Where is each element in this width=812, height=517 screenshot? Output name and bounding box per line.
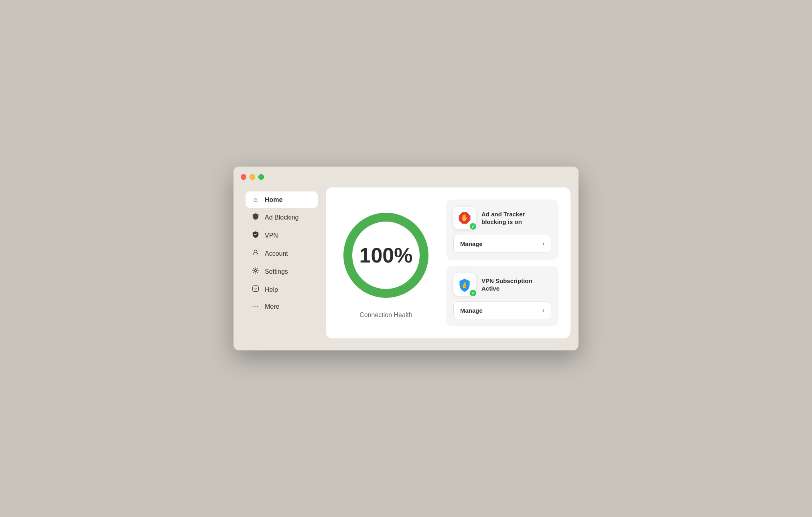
close-button[interactable]	[241, 174, 246, 180]
vpn-subscription-check-badge: ✓	[469, 289, 477, 297]
account-icon	[251, 249, 260, 258]
sidebar-item-home[interactable]: ⌂ Home	[246, 191, 318, 208]
vpn-subscription-manage-button[interactable]: Manage ›	[453, 301, 551, 319]
sidebar-item-vpn[interactable]: VPN	[246, 227, 318, 244]
title-bar	[233, 167, 579, 187]
sidebar-item-ad-blocking[interactable]: Ad Blocking	[246, 209, 318, 226]
maximize-button[interactable]	[258, 174, 264, 180]
sidebar-item-settings[interactable]: Settings	[246, 263, 318, 280]
connection-health-chart: 100%	[338, 207, 434, 303]
ad-tracker-chevron-icon: ›	[542, 240, 544, 247]
health-label: Connection Health	[359, 311, 412, 319]
ad-tracker-check-badge: ✓	[469, 222, 477, 230]
ad-tracker-icon-wrapper: ✋ ✓	[453, 207, 476, 229]
sidebar-item-help[interactable]: ? Help	[246, 281, 318, 298]
sidebar-item-more-label: More	[265, 303, 279, 310]
svg-point-0	[254, 250, 257, 253]
sidebar-item-more[interactable]: ··· More	[246, 299, 318, 314]
vpn-subscription-card: ✌️ ✓ VPN Subscription Active	[453, 273, 551, 296]
sidebar-item-account[interactable]: Account	[246, 245, 318, 262]
ad-tracker-card: ✋ ✓ Ad and Tracker blocking is on	[453, 207, 551, 229]
app-window: ⌂ Home Ad Blocking VPN	[233, 167, 579, 350]
sidebar-item-ad-blocking-label: Ad Blocking	[265, 214, 299, 221]
health-percentage: 100%	[359, 243, 413, 267]
ad-tracker-status-text: Ad and Tracker blocking is on	[481, 210, 551, 226]
vpn-subscription-group: ✌️ ✓ VPN Subscription Active Manage ›	[446, 266, 558, 326]
minimize-button[interactable]	[250, 174, 255, 180]
settings-icon	[251, 267, 260, 276]
svg-text:✋: ✋	[461, 214, 469, 222]
home-icon: ⌂	[251, 195, 260, 204]
sidebar-item-vpn-label: VPN	[265, 232, 278, 239]
vpn-subscription-status-text: VPN Subscription Active	[481, 277, 551, 293]
ad-tracker-manage-button[interactable]: Manage ›	[453, 235, 551, 252]
sidebar-item-home-label: Home	[265, 196, 282, 204]
ad-tracker-group: ✋ ✓ Ad and Tracker blocking is on Manage…	[446, 199, 558, 260]
status-section: ✋ ✓ Ad and Tracker blocking is on Manage…	[446, 199, 558, 326]
vpn-subscription-chevron-icon: ›	[542, 307, 544, 314]
svg-text:?: ?	[254, 287, 257, 291]
more-icon: ···	[251, 304, 260, 309]
ad-blocking-icon	[251, 213, 260, 222]
main-panel: 100% Connection Health	[326, 187, 570, 338]
vpn-subscription-icon-wrapper: ✌️ ✓	[453, 273, 476, 296]
vpn-icon	[251, 231, 260, 240]
svg-text:✌️: ✌️	[461, 281, 468, 289]
ad-tracker-manage-label: Manage	[460, 240, 483, 247]
help-icon: ?	[251, 285, 260, 294]
sidebar: ⌂ Home Ad Blocking VPN	[246, 187, 326, 338]
vpn-subscription-manage-label: Manage	[460, 307, 483, 314]
health-section: 100% Connection Health	[338, 207, 434, 319]
sidebar-item-account-label: Account	[265, 250, 288, 257]
window-content: ⌂ Home Ad Blocking VPN	[233, 187, 579, 350]
sidebar-item-help-label: Help	[265, 286, 278, 293]
sidebar-item-settings-label: Settings	[265, 268, 288, 275]
svg-point-1	[254, 269, 256, 271]
